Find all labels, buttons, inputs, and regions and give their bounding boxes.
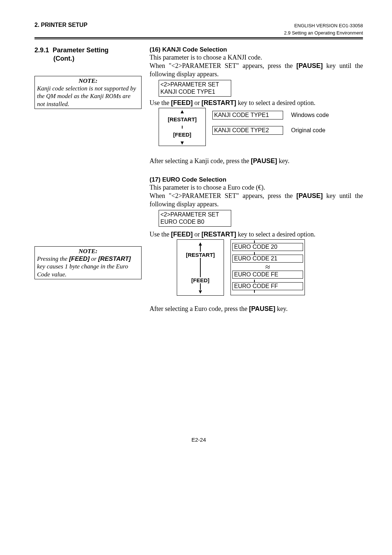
option-box: KANJI CODE TYPE2	[212, 126, 283, 135]
note-text: Pressing the [FEED] or [RESTART] key cau…	[37, 255, 131, 278]
lcd-display: <2>PARAMETER SET EURO CODE B0	[159, 210, 231, 227]
note-box-euro: NOTE: Pressing the [FEED] or [RESTART] k…	[34, 246, 142, 279]
option-desc: Original code	[291, 127, 325, 134]
flow-control-box: ▲ [RESTART] [FEED] ▼	[159, 108, 206, 146]
paragraph: Use the [FEED] or [RESTART] key to selec…	[150, 99, 363, 107]
heading-17: (17) EURO Code Selection	[150, 176, 363, 183]
section-number-title: 2.9.1 Parameter Setting (Cont.)	[34, 46, 142, 63]
option-box: EURO CODE 20	[232, 243, 303, 251]
option-box: EURO CODE FE	[232, 271, 303, 279]
arrow-up-icon: ▲	[180, 110, 185, 113]
flow-restart-label: [RESTART]	[168, 116, 197, 122]
paragraph: This parameter is to choose a Euro code …	[150, 183, 363, 192]
paragraph: After selecting a Euro code, press the […	[150, 305, 363, 313]
paragraph: When "<2>PARAMETER SET" appears, press t…	[150, 192, 363, 208]
header-subsection: 2.9 Setting an Operating Environment	[34, 30, 363, 36]
paragraph: After selecting a Kanji code, press the …	[150, 157, 363, 165]
note-label: NOTE:	[37, 247, 139, 255]
arrow-down-icon: ▼	[180, 141, 185, 144]
paragraph: When "<2>PARAMETER SET" appears, press t…	[150, 62, 363, 78]
document-header: 2. PRINTER SETUP ENGLISH VERSION EO1-330…	[34, 22, 363, 28]
note-label: NOTE:	[37, 77, 139, 85]
option-box: EURO CODE FF	[232, 282, 303, 290]
flow-restart-label: [RESTART]	[186, 252, 215, 258]
option-box: EURO CODE 21	[232, 255, 303, 263]
euro-diagram: ▲ [RESTART] [FEED] ▼ EURO CODE 20 EURO C…	[168, 239, 363, 296]
arrow-down-icon: ▼	[198, 290, 203, 293]
option-desc: Windows code	[291, 112, 329, 118]
euro-options-container: EURO CODE 20 EURO CODE 21 ≈ EURO CODE FE…	[230, 239, 305, 295]
option-box: KANJI CODE TYPE1	[212, 111, 283, 119]
header-version: ENGLISH VERSION EO1-33058	[294, 23, 363, 28]
note-box-kanji: NOTE: Kanji code selection is not suppor…	[34, 76, 142, 109]
flow-control-box: ▲ [RESTART] [FEED] ▼	[177, 239, 224, 296]
header-chapter: 2. PRINTER SETUP	[34, 22, 87, 28]
note-text: Kanji code selection is not supported by…	[37, 85, 136, 108]
rule-top-thin	[34, 39, 363, 40]
paragraph: This parameter is to choose a KANJI code…	[150, 53, 363, 62]
arrow-up-icon: ▲	[198, 242, 203, 245]
page-number: E2-24	[34, 437, 363, 443]
kanji-diagram: ▲ [RESTART] [FEED] ▼ KANJI CODE TYPE1 Wi…	[150, 108, 363, 146]
ellipsis-icon: ≈	[232, 264, 303, 271]
heading-16: (16) KANJI Code Selection	[150, 46, 363, 53]
rule-top	[34, 37, 363, 39]
flow-feed-label: [FEED]	[173, 131, 191, 138]
flow-feed-label: [FEED]	[191, 277, 209, 283]
lcd-display: <2>PARAMETER SET KANJI CODE TYPE1	[159, 80, 231, 97]
paragraph: Use the [FEED] or [RESTART] key to selec…	[150, 230, 363, 239]
